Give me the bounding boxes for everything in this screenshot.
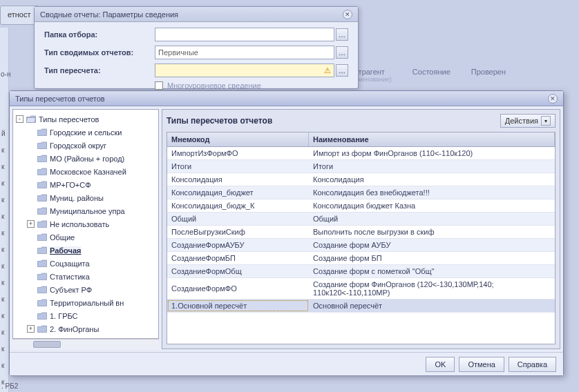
form-label: Папка отбора: (44, 30, 155, 39)
folder-icon (37, 181, 47, 188)
table-row[interactable]: СозданиеФормОбщСоздание форм с пометкой … (167, 265, 555, 278)
form-input[interactable] (155, 28, 334, 41)
table-row[interactable]: Консолидация_бюджетКонсолидация без внеб… (167, 186, 555, 199)
tree-node[interactable]: Муниципальное упра (15, 204, 157, 217)
table-row[interactable]: СозданиеФормБПСоздание форм БП (167, 252, 555, 265)
cell-mnemocode: СозданиеФормБП (167, 252, 309, 264)
cell-name: Основной пересчёт (309, 300, 555, 312)
cell-name: Создание форм АУБУ (309, 239, 555, 251)
table-row[interactable]: Консолидация_бюдж_ККонсолидация бюджет К… (167, 199, 555, 213)
cell-name: Создание форм с пометкой "Общ" (309, 265, 555, 277)
table-row[interactable]: ПослеВыгрузкиСкифВыполнить после выгрузк… (167, 226, 555, 239)
tree-node-label: Городские и сельски (50, 128, 122, 137)
tree-node[interactable]: +2. ФинОрганы (15, 322, 157, 335)
cancel-button[interactable]: Отмена (459, 357, 504, 372)
folder-icon (37, 220, 47, 228)
chevron-down-icon[interactable]: ▾ (541, 116, 551, 126)
dialog-svodnye-params: Сводные отчеты: Параметры сведения ✕ Пап… (34, 6, 359, 89)
tree-node[interactable]: Субъект РФ (15, 283, 157, 296)
checkbox-label: Многоуровневое сведение (167, 81, 261, 90)
folder-icon (37, 233, 47, 241)
table-row[interactable]: 1.Основной пересчётОсновной пересчёт (167, 300, 555, 313)
table-row[interactable]: ИтогиИтоги (167, 160, 555, 173)
collapse-icon[interactable]: - (16, 115, 23, 123)
multilevel-checkbox[interactable] (155, 81, 163, 90)
dlg2-titlebar[interactable]: Типы пересчетов отчетов ✕ (10, 91, 563, 106)
tree-node[interactable]: 1. ГРБС (15, 309, 157, 322)
cell-mnemocode: 1.Основной пересчёт (167, 300, 309, 312)
tree-node-label: Муниципальное упра (50, 207, 125, 215)
table-row[interactable]: ИмпортИзФормФОИмпорт из форм ФинОрганов … (167, 147, 555, 160)
right-pane-title: Типы пересчетов отчетов (167, 116, 272, 126)
form-input[interactable]: ⚠ (155, 63, 334, 77)
tree-node[interactable]: Общие (15, 231, 157, 244)
tree-node[interactable]: МО (Районы + город) (15, 152, 157, 165)
tree-node[interactable]: Городские и сельски (15, 126, 157, 139)
bg-rb2: . РБ2 (1, 382, 18, 390)
tree-node-label: Типы пересчетов (39, 115, 99, 124)
tree-node[interactable]: Статистика (15, 270, 157, 283)
ellipsis-button[interactable]: … (336, 46, 348, 59)
grid: Мнемокод Наименование ИмпортИзФормФОИмпо… (167, 132, 556, 344)
cell-name: Консолидация без внебюджета!!! (309, 186, 555, 199)
table-row[interactable]: СозданиеФормАУБУСоздание форм АУБУ (167, 239, 555, 252)
tree-node[interactable]: МР+ГО+СФ (15, 178, 157, 191)
folder-icon (37, 141, 47, 149)
folder-icon (37, 207, 47, 215)
expander-placeholder (27, 155, 35, 162)
folder-icon (37, 273, 47, 280)
dlg2-close-button[interactable]: ✕ (548, 94, 558, 104)
table-row[interactable]: КонсолидацияКонсолидация (167, 173, 555, 186)
cell-mnemocode: Консолидация (167, 173, 309, 186)
actions-button[interactable]: Действия ▾ (500, 114, 556, 128)
cell-name: Консолидация бюджет Казна (309, 199, 555, 212)
col-header-mnemocode[interactable]: Мнемокод (167, 133, 309, 146)
expand-icon[interactable]: + (27, 220, 35, 228)
tree-node[interactable]: +Не использовать (15, 217, 157, 231)
tree-horizontal-scrollbar[interactable] (12, 339, 159, 349)
ellipsis-button[interactable]: … (336, 64, 348, 77)
cell-mnemocode: СозданиеФормАУБУ (167, 239, 309, 251)
tree-node[interactable]: Территориальный вн (15, 296, 157, 309)
cell-name: Консолидация (309, 173, 555, 186)
tree-node[interactable]: Соцзащита (15, 257, 157, 270)
ok-button[interactable]: OK (426, 357, 455, 372)
bg-grid-headers: Контрагент(наименование) Состояние Прове… (345, 68, 579, 83)
cell-mnemocode: Общий (167, 213, 309, 225)
dlg2-title: Типы пересчетов отчетов (15, 91, 105, 106)
form-label: Тип пересчета: (44, 66, 155, 75)
grid-body[interactable]: ИмпортИзФормФОИмпорт из форм ФинОрганов … (167, 147, 555, 344)
cell-name: Импорт из форм ФинОрганов (110<-110к120) (309, 147, 555, 159)
cell-name: Общий (309, 213, 555, 225)
tree-pane[interactable]: -Типы пересчетовГородские и сельскиГород… (12, 109, 159, 339)
tree-node-label: МО (Районы + город) (50, 155, 124, 163)
table-row[interactable]: СозданиеФормФОСоздание форм ФинОрганов (… (167, 278, 555, 300)
tree-node-label: 2. ФинОрганы (50, 325, 99, 333)
folder-icon (37, 312, 47, 320)
expander-placeholder (27, 299, 35, 306)
help-button[interactable]: Справка (509, 357, 556, 372)
tree-node[interactable]: Рабочая (15, 244, 157, 257)
form-input[interactable]: Первичные (155, 46, 334, 59)
tree-node-label: Территориальный вн (50, 299, 124, 307)
expand-icon[interactable]: + (27, 325, 35, 333)
tree-node[interactable]: Московское Казначей (15, 165, 157, 178)
bg-tab-truncated: етност (0, 6, 39, 25)
dlg1-titlebar[interactable]: Сводные отчеты: Параметры сведения ✕ (35, 7, 358, 22)
tree-node[interactable]: Городской округ (15, 139, 157, 152)
dlg1-close-button[interactable]: ✕ (343, 10, 352, 19)
tree-node[interactable]: -Типы пересчетов (15, 112, 157, 126)
expander-placeholder (27, 141, 35, 149)
ellipsis-button[interactable]: … (336, 28, 348, 41)
col-header-name[interactable]: Наименование (309, 133, 555, 146)
table-row[interactable]: ОбщийОбщий (167, 213, 555, 226)
expander-placeholder (27, 259, 35, 267)
tree-node-label: Городской округ (50, 141, 106, 150)
cell-name: Итоги (309, 160, 555, 173)
expander-placeholder (27, 286, 35, 293)
tree-node[interactable]: Муниц. районы (15, 191, 157, 204)
tree-node-label: Статистика (50, 273, 90, 281)
expander-placeholder (27, 181, 35, 188)
expander-placeholder (27, 246, 35, 254)
cell-mnemocode: Консолидация_бюдж_К (167, 199, 309, 212)
